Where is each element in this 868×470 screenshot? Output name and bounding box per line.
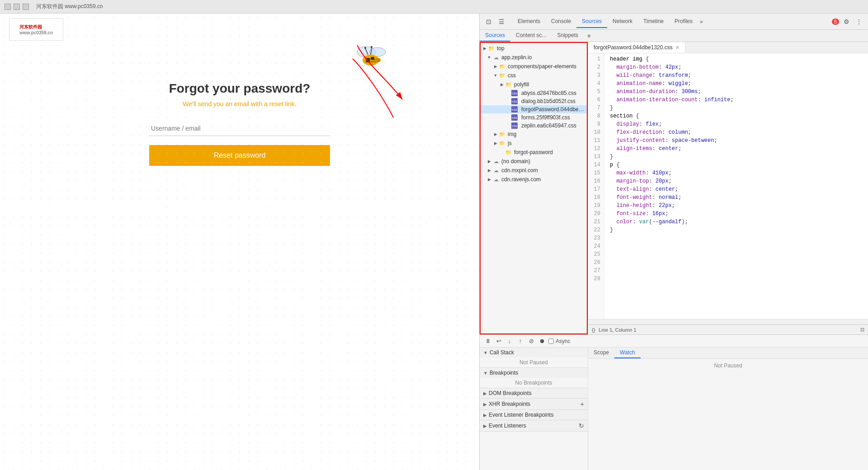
callstack-not-paused: Not Paused (519, 359, 548, 366)
debug-deactivate-button[interactable]: ⊘ (527, 337, 536, 346)
code-panel: forgotPassword.044dbe1320.css ✕ 12345 67… (588, 42, 868, 334)
callstack-header[interactable]: ▼ Call Stack (480, 348, 588, 357)
svg-point-9 (364, 47, 366, 49)
username-email-input[interactable] (149, 121, 330, 136)
tree-item-mxpnl[interactable]: ▶ ☁ cdn.mxpnl.com (480, 166, 588, 175)
page-header: 河东软件园www.pc0359.cn (0, 14, 479, 45)
tree-item-ravenjs[interactable]: ▶ ☁ cdn.ravenjs.com (480, 175, 588, 184)
tree-item-zeplin-css[interactable]: ▶ css zeplin.ea6c645947.css (480, 122, 588, 130)
folder-icon: 📁 (488, 45, 495, 52)
device-mode-button[interactable]: ☰ (496, 16, 507, 27)
breakpoints-header[interactable]: ▼ Breakpoints (480, 368, 588, 378)
statusbar-right-icon[interactable]: ⊡ (860, 327, 864, 333)
tree-arrow-mxpnl: ▶ (486, 167, 492, 174)
code-tab-label: forgotPassword.044dbe1320.css (594, 44, 673, 51)
tree-item-zeplin[interactable]: ▼ ☁ app.zeplin.io (480, 53, 588, 62)
code-line-14: justify-content: space-between; (610, 136, 863, 145)
line-numbers: 12345 678910 1112131415 1617181920 21222… (588, 53, 604, 319)
code-line-26: font-size: 16px; (610, 210, 863, 218)
svg-point-11 (371, 46, 373, 48)
debug-step-over-button[interactable]: ↩ (494, 337, 503, 346)
debugger-right-tabs: Scope Watch (588, 348, 868, 359)
watch-tab[interactable]: Watch (614, 348, 641, 358)
subtab-snippets[interactable]: Snippets (552, 30, 584, 42)
tab-sources[interactable]: Sources (576, 15, 607, 28)
subtab-sources[interactable]: Sources (480, 30, 510, 42)
settings-button[interactable]: ⚙ (841, 16, 852, 27)
event-listeners-section: ▶ Event Listeners ↻ (480, 420, 588, 432)
sources-subtabs: Sources Content sc... Snippets ≡ (480, 30, 868, 42)
folder-icon-forgot-password: 📁 (505, 149, 512, 156)
tree-item-css[interactable]: ▼ 📁 css (480, 71, 588, 80)
dom-breakpoints-header[interactable]: ▶ DOM Breakpoints (480, 388, 588, 398)
tree-label-mxpnl: cdn.mxpnl.com (501, 167, 538, 174)
css-icon-abyss: css (511, 90, 518, 96)
code-line-7: animation-duration: 300ms; (610, 88, 863, 96)
event-listeners-header[interactable]: ▶ Event Listeners ↻ (480, 420, 588, 431)
file-tree-panel: ▶ 📁 top ▼ ☁ app.zeplin.io ▶ 📁 components… (480, 42, 588, 334)
tree-item-img[interactable]: ▶ 📁 img (480, 130, 588, 139)
devtools-right-icons: 5 ⚙ ⋮ (832, 16, 864, 27)
no-breakpoints-label: No Breakpoints (515, 380, 552, 386)
tree-item-polyfill[interactable]: ▶ 📁 polyfill (480, 80, 588, 89)
async-checkbox[interactable]: Async (548, 338, 571, 344)
event-listeners-refresh-button[interactable]: ↻ (579, 422, 584, 429)
code-scrollbar[interactable] (588, 319, 868, 324)
form-subtitle: We'll send you an email with a reset lin… (183, 100, 296, 108)
xhr-breakpoints-header[interactable]: ▶ XHR Breakpoints + (480, 399, 588, 409)
inspect-element-button[interactable]: ⊡ (483, 16, 494, 27)
tab-timeline[interactable]: Timeline (638, 15, 669, 28)
async-label: Async (556, 338, 571, 344)
tree-item-dialog[interactable]: ▶ css dialog.bb1b5d052f.css (480, 97, 588, 105)
event-listener-bp-section: ▶ Event Listener Breakpoints (480, 410, 588, 420)
sources-main-content: ▶ 📁 top ▼ ☁ app.zeplin.io ▶ 📁 components… (480, 42, 868, 334)
more-tabs-button[interactable]: » (698, 16, 705, 28)
folder-icon-components: 📁 (499, 63, 506, 70)
tree-item-components[interactable]: ▶ 📁 components/paper-elements (480, 62, 588, 71)
subtab-content-scripts[interactable]: Content sc... (510, 30, 552, 42)
reset-password-button[interactable]: Reset password (149, 145, 330, 166)
close-button[interactable] (23, 4, 29, 10)
maximize-button[interactable] (14, 4, 20, 10)
tree-item-top[interactable]: ▶ 📁 top (480, 44, 588, 53)
tree-item-abyss[interactable]: ▶ css abyss.d28476bc85.css (480, 89, 588, 97)
async-checkbox-input[interactable] (548, 338, 554, 344)
tree-item-no-domain[interactable]: ▶ ☁ (no domain) (480, 157, 588, 166)
code-tabs: forgotPassword.044dbe1320.css ✕ (588, 42, 868, 53)
minimize-button[interactable] (5, 4, 11, 10)
debug-step-out-button[interactable]: ↑ (516, 337, 525, 346)
tree-item-forgot-css[interactable]: ▶ css forgotPassword.044dbe132... (480, 105, 588, 113)
debug-exception-button[interactable]: ⏺ (538, 337, 547, 346)
code-tab-forgot-css[interactable]: forgotPassword.044dbe1320.css ✕ (588, 42, 685, 53)
code-line-13: flex-direction: column; (610, 128, 863, 136)
logo-image: 河东软件园www.pc0359.cn (9, 18, 63, 41)
xhr-add-button[interactable]: + (580, 400, 584, 408)
statusbar-brackets[interactable]: {} (592, 327, 595, 333)
callstack-content: Not Paused (480, 357, 588, 367)
sources-right-icon[interactable]: ≡ (584, 30, 594, 42)
tab-elements[interactable]: Elements (512, 15, 546, 28)
code-line-16: } (610, 153, 863, 161)
tab-profiles[interactable]: Profiles (669, 15, 698, 28)
code-line-15: align-items: center; (610, 145, 863, 153)
code-content[interactable]: 12345 678910 1112131415 1617181920 21222… (588, 53, 868, 319)
code-line-8: animation-iteration-count: infinite; (610, 96, 863, 104)
code-line-24: font-weight: normal; (610, 193, 863, 202)
tab-console[interactable]: Console (546, 15, 576, 28)
tree-item-forgot-password[interactable]: ▶ 📁 forgot-password (480, 148, 588, 157)
tree-item-forms[interactable]: ▶ css forms.25f9ff903f.css (480, 113, 588, 122)
code-line-23: text-align: center; (610, 185, 863, 193)
code-tab-close[interactable]: ✕ (675, 45, 679, 51)
xhr-breakpoints-section: ▶ XHR Breakpoints + (480, 399, 588, 410)
scope-tab[interactable]: Scope (588, 348, 614, 358)
event-listener-bp-header[interactable]: ▶ Event Listener Breakpoints (480, 410, 588, 420)
tree-item-js[interactable]: ▶ 📁 js (480, 139, 588, 148)
debug-pause-button[interactable]: ⏸ (483, 337, 492, 346)
debug-step-into-button[interactable]: ↓ (505, 337, 514, 346)
tab-network[interactable]: Network (607, 15, 638, 28)
more-options-button[interactable]: ⋮ (854, 16, 864, 27)
css-icon-dialog: css (511, 98, 518, 104)
forgot-password-form: Forgot your password? We'll send you an … (149, 81, 330, 166)
css-icon-zeplin-css: css (511, 122, 518, 129)
code-line-20: max-width: 410px; (610, 169, 863, 177)
